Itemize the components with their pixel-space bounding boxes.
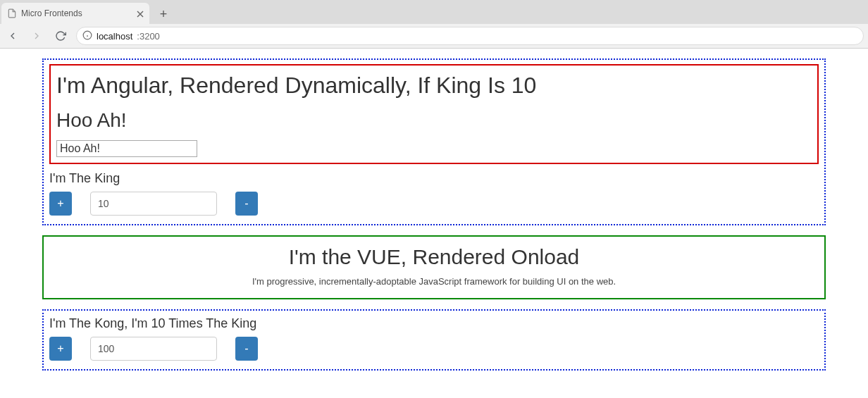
kong-plus-button[interactable]: + xyxy=(49,337,72,361)
address-bar[interactable]: localhost:3200 xyxy=(76,27,864,45)
king-value-input[interactable] xyxy=(90,192,217,216)
angular-box: I'm Angular, Rendered Dynamically, If Ki… xyxy=(49,64,819,164)
angular-heading: I'm Angular, Rendered Dynamically, If Ki… xyxy=(56,71,812,99)
plus-icon: + xyxy=(160,8,168,20)
angular-subheading: Hoo Ah! xyxy=(56,109,812,132)
browser-toolbar: localhost:3200 xyxy=(0,24,868,48)
hoo-ah-input[interactable] xyxy=(56,140,197,157)
page-icon xyxy=(7,8,17,18)
vue-box: I'm the VUE, Rendered Onload I'm progres… xyxy=(42,235,826,299)
browser-chrome: Micro Frontends + xyxy=(0,0,868,49)
reload-button[interactable] xyxy=(52,27,69,44)
new-tab-button[interactable]: + xyxy=(154,4,173,24)
tab-strip: Micro Frontends + xyxy=(0,0,868,24)
url-host: localhost xyxy=(97,31,132,42)
kong-minus-button[interactable]: - xyxy=(235,337,258,361)
king-section: I'm Angular, Rendered Dynamically, If Ki… xyxy=(42,58,826,225)
kong-section: I'm The Kong, I'm 10 Times The King + - xyxy=(42,309,826,371)
king-label: I'm The King xyxy=(49,171,819,186)
kong-value-input[interactable] xyxy=(90,337,217,361)
kong-label: I'm The Kong, I'm 10 Times The King xyxy=(49,316,819,331)
kong-counter-row: + - xyxy=(49,337,819,361)
tab-title: Micro Frontends xyxy=(21,8,132,18)
king-plus-button[interactable]: + xyxy=(49,192,72,216)
back-button[interactable] xyxy=(4,27,21,44)
close-icon[interactable] xyxy=(137,10,144,17)
vue-description: I'm progressive, incrementally-adoptable… xyxy=(51,276,817,287)
king-counter-row: + - xyxy=(49,192,819,216)
page-content: I'm Angular, Rendered Dynamically, If Ki… xyxy=(0,49,868,398)
url-port: :3200 xyxy=(137,31,160,42)
vue-heading: I'm the VUE, Rendered Onload xyxy=(51,245,817,269)
king-minus-button[interactable]: - xyxy=(235,192,258,216)
tab-active[interactable]: Micro Frontends xyxy=(1,3,149,24)
forward-button[interactable] xyxy=(28,27,45,44)
info-icon xyxy=(82,30,92,42)
